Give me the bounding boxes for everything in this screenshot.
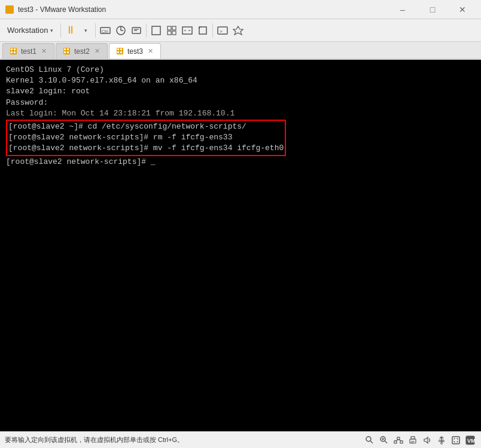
svg-line-42 — [370, 441, 373, 443]
tabs-bar: test1 ✕ test2 ✕ test3 ✕ — [0, 42, 481, 60]
tab-test1-close[interactable]: ✕ — [40, 47, 48, 55]
separator-4 — [212, 23, 213, 38]
tab-test2-label: test2 — [74, 47, 90, 56]
svg-rect-28 — [14, 48, 16, 50]
svg-rect-21 — [199, 27, 206, 34]
svg-rect-47 — [394, 441, 397, 443]
workstation-label: Workstation — [7, 26, 48, 35]
pause-dropdown[interactable]: ▾ — [78, 23, 93, 38]
svg-rect-63 — [452, 437, 459, 444]
tab-test2[interactable]: test2 ✕ — [56, 43, 108, 59]
svg-rect-18 — [182, 27, 192, 34]
tab-test3-close[interactable]: ✕ — [147, 47, 154, 55]
status-icons: VM — [364, 434, 476, 446]
svg-rect-34 — [64, 51, 66, 53]
svg-text:Ctrl: Ctrl — [102, 29, 108, 33]
svg-rect-3 — [7, 10, 9, 13]
svg-rect-29 — [11, 51, 13, 53]
workstation-dropdown-arrow: ▾ — [50, 28, 53, 33]
usb-status-icon[interactable] — [436, 434, 447, 446]
svg-rect-13 — [152, 26, 160, 35]
sound-status-icon[interactable] — [421, 434, 433, 446]
view-normal-button[interactable] — [149, 23, 163, 38]
terminal-line-0: CentOS Linux 7 (Core) — [6, 65, 475, 75]
zoom-status-icon[interactable] — [378, 434, 390, 446]
settings-status-icon[interactable]: VM — [464, 434, 476, 446]
svg-point-62 — [441, 442, 443, 444]
window-title: test3 - VMware Workstation — [18, 5, 389, 14]
svg-rect-30 — [14, 51, 16, 53]
tab-test1-label: test1 — [21, 47, 36, 56]
fullscreen-status-icon[interactable] — [450, 434, 462, 446]
terminal-line-1: Kernel 3.10.0-957.el7.x86_64 on an x86_6… — [6, 75, 475, 86]
separator-2 — [95, 23, 96, 38]
close-button[interactable]: ✕ — [449, 0, 476, 19]
svg-rect-37 — [117, 48, 119, 50]
vm-icon-test2 — [62, 47, 71, 56]
pause-group: ⏸ ▾ — [63, 23, 93, 38]
terminal-area[interactable]: CentOS Linux 7 (Core) Kernel 3.10.0-957.… — [0, 60, 481, 431]
menu-bar: Workstation ▾ ⏸ ▾ Ctrl — [0, 19, 481, 42]
status-bar: 要将输入定向到该虚拟机，请在虚拟机内部单击或按 Ctrl+G。 — [0, 431, 481, 448]
terminal-line-9: [root@slave2 network-scripts]# _ — [6, 157, 475, 167]
terminal-line-4: Password: — [6, 97, 475, 108]
svg-marker-56 — [424, 437, 428, 443]
view-tile-button[interactable] — [165, 23, 179, 38]
terminal-line-6: [root@slave2 ~]# cd /etc/sysconfig/netwo… — [8, 121, 284, 132]
terminal-line-5: Last login: Mon Oct 14 23:18:21 from 192… — [6, 108, 475, 119]
vm-icon-test3 — [115, 47, 124, 56]
title-bar: test3 - VMware Workstation – □ ✕ — [0, 0, 481, 19]
tab-test3[interactable]: test3 ✕ — [109, 43, 161, 59]
suspend-button[interactable] — [129, 23, 144, 38]
print-status-icon[interactable] — [407, 434, 419, 446]
svg-rect-14 — [168, 26, 171, 30]
network-status-icon[interactable] — [392, 434, 404, 446]
svg-point-60 — [439, 440, 441, 441]
svg-rect-16 — [168, 31, 171, 35]
svg-rect-61 — [442, 440, 444, 442]
send-ctrlaltdel-button[interactable]: Ctrl — [98, 23, 112, 38]
pause-button[interactable]: ⏸ — [63, 23, 78, 38]
separator-1 — [60, 23, 61, 38]
svg-rect-32 — [64, 48, 66, 50]
snapshot-button[interactable] — [114, 23, 128, 38]
svg-rect-53 — [411, 437, 415, 439]
maximize-button[interactable]: □ — [419, 0, 446, 19]
svg-rect-38 — [120, 48, 122, 50]
tab-test1[interactable]: test1 ✕ — [2, 43, 54, 59]
app-icon — [5, 5, 14, 14]
svg-rect-49 — [400, 441, 403, 443]
svg-rect-15 — [172, 26, 176, 30]
search-status-icon[interactable] — [364, 434, 376, 446]
svg-text:VM: VM — [467, 438, 475, 444]
terminal-line-3: slave2 login: root — [6, 86, 475, 97]
preferences-button[interactable] — [231, 23, 245, 38]
svg-line-44 — [385, 441, 387, 443]
svg-rect-39 — [117, 51, 119, 53]
svg-rect-40 — [120, 51, 122, 53]
svg-rect-17 — [172, 31, 176, 35]
svg-rect-48 — [397, 437, 400, 440]
svg-rect-27 — [11, 48, 13, 50]
svg-rect-1 — [7, 7, 9, 9]
highlighted-commands-block: [root@slave2 ~]# cd /etc/sysconfig/netwo… — [6, 120, 286, 156]
svg-text:>_: >_ — [220, 29, 226, 34]
vm-icon-test1 — [9, 47, 17, 56]
tab-test2-close[interactable]: ✕ — [93, 47, 101, 55]
minimize-button[interactable]: – — [389, 0, 416, 19]
title-controls: – □ ✕ — [389, 0, 476, 19]
view-autofit-button[interactable] — [196, 23, 210, 38]
console-button[interactable]: >_ — [215, 23, 230, 38]
terminal-line-7: [root@slave2 network-scripts]# rm -f ifc… — [8, 132, 284, 143]
svg-rect-4 — [10, 10, 13, 13]
status-text: 要将输入定向到该虚拟机，请在虚拟机内部单击或按 Ctrl+G。 — [5, 435, 359, 444]
tab-test3-label: test3 — [127, 47, 143, 56]
workstation-menu[interactable]: Workstation ▾ — [2, 22, 58, 39]
svg-rect-33 — [67, 48, 69, 50]
view-stretch-button[interactable] — [180, 23, 194, 38]
svg-rect-2 — [10, 7, 13, 9]
svg-point-41 — [366, 437, 371, 441]
terminal-line-8: [root@slave2 network-scripts]# mv -f ifc… — [8, 143, 284, 154]
separator-3 — [146, 23, 147, 38]
svg-rect-35 — [67, 51, 69, 53]
